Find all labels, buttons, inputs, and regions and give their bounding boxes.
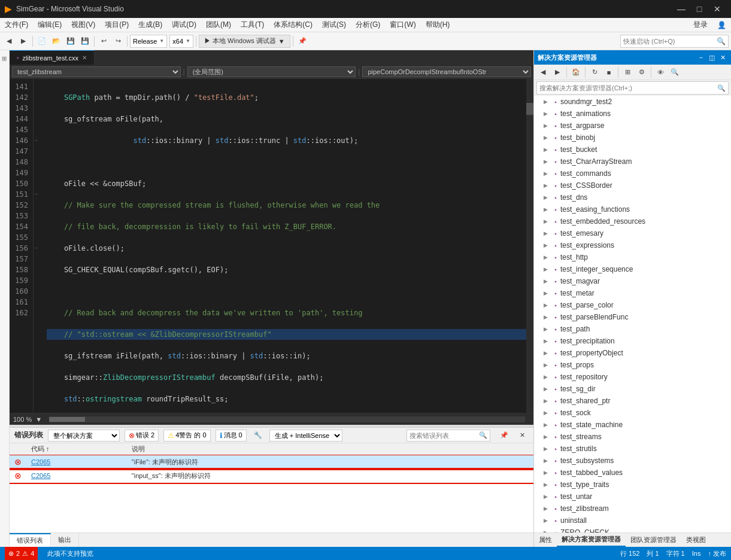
tree-item[interactable]: ▶ ▪ test_strutils	[534, 443, 731, 455]
error-code-cell[interactable]: C2065	[26, 455, 127, 469]
tree-item[interactable]: ▶ ▪ test_magvar	[534, 275, 731, 287]
h-scrollbar-thumb[interactable]	[49, 417, 85, 422]
scope-dropdown[interactable]: 整个解决方案	[48, 430, 120, 442]
tree-item[interactable]: ▶ ▪ test_repository	[534, 371, 731, 383]
tree-item[interactable]: ▶ ▪ test_emesary	[534, 227, 731, 239]
menu-edit[interactable]: 编辑(E)	[33, 18, 66, 32]
menu-test[interactable]: 测试(S)	[317, 18, 351, 32]
tree-item[interactable]: ▶ ▪ uninstall	[534, 515, 731, 526]
tree-item[interactable]: ▶ ▪ test_dns	[534, 191, 731, 203]
vertical-scrollbar[interactable]	[526, 79, 533, 413]
build-filter-btn[interactable]: 🔧	[251, 430, 265, 442]
tab-close-button[interactable]: ✕	[82, 54, 87, 61]
error-code-link-1[interactable]: C2065	[31, 458, 50, 465]
tree-item[interactable]: ▶ ▪ test_zlibstream	[534, 503, 731, 515]
menu-debug[interactable]: 调试(D)	[167, 18, 201, 32]
tree-item[interactable]: ▶ ▪ test_tabbed_values	[534, 467, 731, 479]
menu-window[interactable]: 窗口(W)	[385, 18, 420, 32]
col-project[interactable]	[434, 443, 467, 455]
collapse-btn-151[interactable]: −	[35, 189, 41, 200]
minimize-button[interactable]: —	[672, 0, 690, 18]
tree-item[interactable]: ▶ ▪ test_integer_sequence	[534, 263, 731, 275]
se-stop-btn[interactable]: ■	[602, 66, 615, 78]
col-line[interactable]	[501, 443, 534, 455]
tree-item[interactable]: ▶ ▪ test_embedded_resources	[534, 215, 731, 227]
tree-item[interactable]: ▶ ▪ test_expressions	[534, 239, 731, 251]
scrollbar-thumb[interactable]	[526, 103, 533, 115]
tab-errors[interactable]: 错误列表	[10, 533, 51, 547]
warning-count-badge[interactable]: ⚠ 4警告 的 0	[163, 430, 210, 442]
error-search-input[interactable]	[407, 432, 479, 439]
se-refresh-btn[interactable]: ↻	[588, 66, 601, 78]
status-publish[interactable]: ↑ 发布	[708, 549, 726, 558]
tree-item[interactable]: ▶ ▪ test_binobj	[534, 132, 731, 144]
menu-project[interactable]: 项目(P)	[100, 18, 134, 32]
save-btn[interactable]: 💾	[64, 35, 77, 48]
tree-item[interactable]: ▶ ▪ ZERO_CHECK	[534, 526, 731, 532]
se-settings-btn[interactable]: ⚙	[635, 66, 648, 78]
tree-item[interactable]: ▶ ▪ test_CharArrayStream	[534, 156, 731, 168]
tree-item[interactable]: ▶ ▪ test_sg_dir	[534, 383, 731, 395]
tree-item[interactable]: ▶ ▪ test_type_traits	[534, 479, 731, 491]
fwd-btn[interactable]: ▶	[17, 35, 30, 48]
se-filter-btn[interactable]: ⊞	[621, 66, 634, 78]
se-pin-btn[interactable]: −	[696, 53, 706, 62]
scope-select[interactable]: test_zlibstream	[12, 66, 181, 77]
col-file[interactable]	[467, 443, 500, 455]
config-dropdown[interactable]: Release ▼	[130, 35, 167, 48]
menu-build[interactable]: 生成(B)	[134, 18, 167, 32]
code-scroll-area[interactable]: 141 142 143 144 145 146 147 148 149 150 …	[10, 79, 526, 413]
menu-file[interactable]: 文件(F)	[0, 18, 33, 32]
undo-btn[interactable]: ↩	[97, 35, 110, 48]
tree-item[interactable]: ▶ ▪ test_easing_functions	[534, 203, 731, 215]
panel-close-btn[interactable]: ✕	[515, 430, 529, 442]
close-button[interactable]: ✕	[708, 0, 726, 18]
redo-btn[interactable]: ↪	[111, 35, 125, 48]
save-all-btn[interactable]: 💾	[78, 35, 92, 48]
se-search-input[interactable]	[537, 84, 717, 92]
maximize-button[interactable]: □	[690, 0, 708, 18]
collapse-btn-156[interactable]: −	[35, 243, 41, 254]
tree-item[interactable]: ▶ ▪ test_subsystems	[534, 455, 731, 467]
error-count-badge[interactable]: ⊗ 错误 2	[125, 430, 159, 442]
tree-item[interactable]: ▶ ▪ test_commands	[534, 168, 731, 179]
tree-item[interactable]: ▶ ▪ test_precipitation	[534, 335, 731, 347]
tree-item[interactable]: ▶ ▪ test_sock	[534, 407, 731, 419]
build-dropdown[interactable]: 生成 + IntelliSense	[269, 430, 342, 442]
menu-analyze[interactable]: 分析(G)	[351, 18, 385, 32]
tree-item[interactable]: ▶ ▪ test_CSSBorder	[534, 179, 731, 191]
tree-item[interactable]: ▶ ▪ test_parse_color	[534, 299, 731, 311]
col-desc[interactable]: 说明	[127, 443, 434, 455]
open-btn[interactable]: 📂	[50, 35, 63, 48]
collapse-btn-146[interactable]: −	[35, 135, 41, 146]
tab-properties[interactable]: 属性	[534, 533, 557, 547]
error-code-link-2[interactable]: C2065	[31, 472, 50, 479]
tree-item[interactable]: ▶ ▪ test_state_machine	[534, 419, 731, 431]
tree-item[interactable]: ▶ ▪ test_bucket	[534, 144, 731, 156]
tree-item[interactable]: ▶ ▪ test_path	[534, 323, 731, 335]
quick-launch-input[interactable]	[621, 38, 717, 45]
se-preview-btn[interactable]: 👁	[654, 66, 667, 78]
back-btn[interactable]: ◀	[2, 35, 16, 48]
tree-item[interactable]: ▶ ▪ soundmgr_test2	[534, 96, 731, 108]
tree-item[interactable]: ▶ ▪ test_animations	[534, 108, 731, 120]
se-fwd-btn[interactable]: ▶	[551, 66, 564, 78]
zoom-dropdown-arrow[interactable]: ▼	[35, 416, 42, 423]
col-code[interactable]: 代码 ↑	[26, 443, 127, 455]
col-indicator[interactable]	[10, 443, 26, 455]
horizontal-scrollbar[interactable]	[49, 416, 525, 422]
tab-class-view[interactable]: 类视图	[681, 533, 711, 547]
tab-solution-explorer[interactable]: 解决方案资源管理器	[557, 533, 626, 547]
method-scope-select[interactable]: pipeCompOrDecompIStreambufIntoOStr	[362, 66, 531, 77]
tab-team-explorer[interactable]: 团队资源管理器	[626, 533, 681, 547]
tree-item[interactable]: ▶ ▪ test_propertyObject	[534, 347, 731, 359]
menu-arch[interactable]: 体系结构(C)	[269, 18, 317, 32]
menu-tools[interactable]: 工具(T)	[236, 18, 269, 32]
se-scope-btn[interactable]: 🔍	[668, 66, 681, 78]
se-dock-btn[interactable]: ◫	[707, 53, 717, 62]
error-code-cell-2[interactable]: C2065	[26, 469, 127, 483]
tree-item[interactable]: ▶ ▪ test_http	[534, 251, 731, 263]
code-content[interactable]: SGPath path = tmpDir.path() / "testFile.…	[42, 79, 526, 413]
menu-team[interactable]: 团队(M)	[201, 18, 236, 32]
pin-btn[interactable]: 📌	[296, 35, 309, 48]
